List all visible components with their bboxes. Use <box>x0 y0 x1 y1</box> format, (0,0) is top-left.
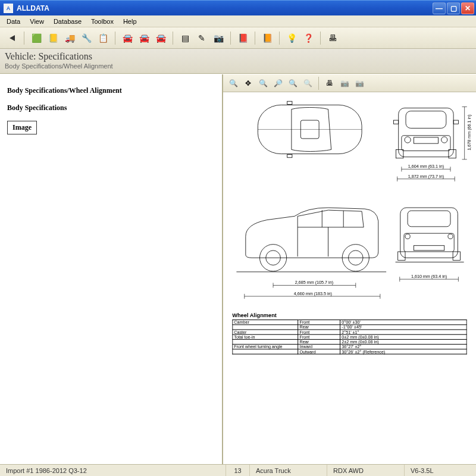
reset-zoom-icon[interactable]: 🔍 <box>301 77 314 90</box>
minimize-button[interactable]: — <box>433 2 446 14</box>
menu-help[interactable]: Help <box>119 17 141 26</box>
window-titlebar: A ALLDATA — ▢ ✕ <box>0 0 476 15</box>
dim-track-rear: 1,872 mm (73.7 in) <box>408 174 444 179</box>
tool-icon-1[interactable]: 🟩 <box>29 31 43 45</box>
wheel-alignment-title: Wheel Alignment <box>232 312 467 318</box>
svg-point-9 <box>405 137 411 143</box>
svg-rect-3 <box>287 101 292 104</box>
camera-icon-2[interactable]: 📷 <box>353 77 366 90</box>
window-title: ALLDATA <box>17 4 433 12</box>
page-header: Vehicle: Specifications Body Specificati… <box>0 49 476 74</box>
svg-rect-35 <box>404 233 454 252</box>
dim-height: 1,678 mm (66.1 in) <box>466 114 472 150</box>
menu-database[interactable]: Database <box>49 17 86 26</box>
app-icon: A <box>4 4 13 13</box>
status-engine: V6-3.5L <box>405 465 476 476</box>
tool-icon-car-dk[interactable]: 🚘 <box>154 31 168 45</box>
status-year: 13 <box>226 465 250 476</box>
tool-icon-car-red[interactable]: 🚘 <box>137 31 151 45</box>
tool-icon-q[interactable]: ❓ <box>301 31 315 45</box>
main-toolbar: 🟩 📒 🚚 🔧 📋 🚘 🚘 🚘 ▤ ✎ 📷 📕 📙 💡 ❓ 🖶 <box>0 27 476 49</box>
diagram-pane: 🔍 ✥ 🔍 🔎 🔍 🔍 🖶 📷 📷 <box>223 74 476 476</box>
svg-point-10 <box>441 137 447 143</box>
tool-icon-est[interactable]: 📋 <box>96 31 110 45</box>
svg-rect-8 <box>414 137 438 143</box>
actual-size-icon[interactable]: 🔍 <box>286 77 299 90</box>
svg-rect-6 <box>406 111 446 129</box>
svg-rect-12 <box>449 149 456 158</box>
table-row: Rear2±2 mm (0±0.08 in) <box>233 339 467 344</box>
tool-icon-note[interactable]: ✎ <box>195 31 209 45</box>
tool-icon-print[interactable]: 🖶 <box>325 31 340 45</box>
maximize-button[interactable]: ▢ <box>447 2 460 14</box>
dim-track-front: 1,604 mm (63.1 in) <box>408 164 444 169</box>
dim-length: 4,660 mm (183.5 in) <box>294 291 332 296</box>
nav-path: Body Specifications/Wheel Alignment <box>7 86 215 95</box>
tool-icon-list[interactable]: ▤ <box>178 31 192 45</box>
tool-icon-book[interactable]: 📙 <box>260 31 274 45</box>
status-source: Import #1 1986-2012 Q3-12 <box>0 465 226 476</box>
zoom-out-icon[interactable]: 🔎 <box>271 77 284 90</box>
breadcrumb: Body Specifications/Wheel Alignment <box>5 62 471 70</box>
camera-icon-1[interactable]: 📷 <box>338 77 351 90</box>
status-make: Acura Truck <box>250 465 327 476</box>
tool-icon-car-blue[interactable]: 🚘 <box>120 31 134 45</box>
content-area: Body Specifications/Wheel Alignment Body… <box>0 74 476 476</box>
menu-toolbox[interactable]: Toolbox <box>87 17 118 26</box>
svg-rect-5 <box>399 108 453 157</box>
table-row: Outward30°26' ±2° (Reference) <box>233 349 467 354</box>
tool-icon-help[interactable]: 💡 <box>284 31 299 45</box>
dim-rear-width: 1,610 mm (63.4 in) <box>411 274 447 279</box>
back-button[interactable] <box>5 31 19 45</box>
nav-pane: Body Specifications/Wheel Alignment Body… <box>0 74 223 476</box>
svg-point-37 <box>405 234 410 239</box>
menu-bar: Data View Database Toolbox Help <box>0 15 476 27</box>
zoom-fit-icon[interactable]: ✥ <box>242 77 255 90</box>
svg-rect-4 <box>287 155 292 158</box>
print-diagram-icon[interactable]: 🖶 <box>323 77 336 90</box>
svg-rect-36 <box>414 246 444 250</box>
tool-icon-parts[interactable]: 🔧 <box>79 31 93 45</box>
tool-icon-cam[interactable]: 📷 <box>211 31 226 45</box>
svg-point-38 <box>448 234 453 239</box>
dim-wheelbase: 2,685 mm (105.7 in) <box>295 280 333 285</box>
svg-rect-40 <box>453 252 460 260</box>
svg-rect-11 <box>396 149 403 158</box>
vehicle-schematic-svg: 1,678 mm (66.1 in) 1,604 mm (63.1 in) 1,… <box>227 96 472 475</box>
zoom-region-icon[interactable]: 🔍 <box>256 77 270 90</box>
status-bar: Import #1 1986-2012 Q3-12 13 Acura Truck… <box>0 464 476 476</box>
table-row: CamberFront0°00' ±30' <box>233 320 467 325</box>
image-link[interactable]: Image <box>7 121 37 134</box>
svg-rect-34 <box>408 211 450 227</box>
svg-rect-13 <box>393 120 398 124</box>
image-toolbar: 🔍 ✥ 🔍 🔎 🔍 🔍 🖶 📷 📷 <box>223 74 476 92</box>
table-row: Front wheel turning angleInward36°27' ±2… <box>233 345 467 349</box>
vehicle-diagram: 1,678 mm (66.1 in) 1,604 mm (63.1 in) 1,… <box>223 92 476 476</box>
page-title: Vehicle: Specifications <box>5 51 471 62</box>
zoom-in-icon[interactable]: 🔍 <box>227 77 240 90</box>
svg-rect-14 <box>453 120 458 124</box>
close-button[interactable]: ✕ <box>461 2 474 14</box>
tool-icon-2[interactable]: 📒 <box>46 31 60 45</box>
svg-rect-39 <box>398 252 405 260</box>
wheel-alignment-table: CamberFront0°00' ±30'Rear-1°00' ±45'Cast… <box>232 320 467 355</box>
table-row: CasterFront2°51' ±1° <box>233 330 467 334</box>
table-row: Rear-1°00' ±45' <box>233 325 467 330</box>
nav-section: Body Specifications <box>7 104 215 112</box>
menu-view[interactable]: View <box>26 17 48 26</box>
svg-rect-7 <box>402 136 450 151</box>
status-model: RDX AWD <box>327 465 405 476</box>
tool-icon-doc-red[interactable]: 📕 <box>236 31 250 45</box>
table-row: Total toe-inFront0±2 mm (0±0.08 in) <box>233 334 467 339</box>
tool-icon-fleet[interactable]: 🚚 <box>62 31 77 45</box>
menu-data[interactable]: Data <box>2 17 24 26</box>
